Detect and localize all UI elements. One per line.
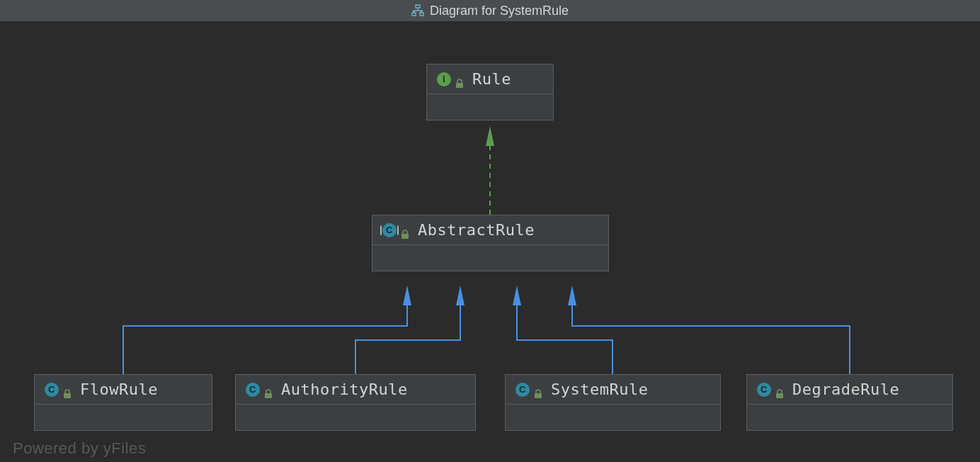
- node-authorityrule[interactable]: C AuthorityRule: [235, 374, 476, 431]
- svg-rect-7: [535, 393, 542, 398]
- lock-icon: [775, 385, 784, 395]
- svg-rect-5: [64, 393, 71, 398]
- node-body: [506, 405, 720, 430]
- interface-badge-icon: I: [437, 72, 451, 86]
- node-label: SystemRule: [551, 381, 648, 398]
- node-title: C DegradeRule: [747, 375, 952, 405]
- node-title: C FlowRule: [35, 375, 212, 405]
- edge-degraderule-abstractrule: [572, 295, 850, 374]
- svg-rect-6: [265, 393, 272, 398]
- diagram-canvas[interactable]: I Rule C AbstractRule C FlowRule: [0, 21, 980, 462]
- lock-icon: [264, 385, 273, 395]
- node-label: AbstractRule: [418, 221, 535, 239]
- class-badge-icon: C: [515, 383, 530, 397]
- edge-systemrule-abstractrule: [517, 295, 612, 374]
- node-label: Rule: [472, 70, 511, 88]
- node-degraderule[interactable]: C DegradeRule: [746, 374, 953, 431]
- svg-rect-2: [420, 13, 423, 16]
- node-body: [236, 405, 475, 430]
- node-label: DegradeRule: [792, 381, 899, 398]
- class-badge-icon: C: [757, 383, 771, 397]
- node-label: FlowRule: [80, 381, 158, 398]
- node-flowrule[interactable]: C FlowRule: [34, 374, 212, 431]
- node-body: [427, 94, 553, 120]
- node-title: C AbstractRule: [372, 215, 608, 245]
- node-body: [35, 405, 212, 430]
- node-systemrule[interactable]: C SystemRule: [505, 374, 721, 431]
- lock-icon: [401, 225, 409, 235]
- edge-authorityrule-abstractrule: [355, 295, 460, 374]
- svg-rect-0: [416, 5, 420, 8]
- svg-rect-1: [412, 13, 416, 16]
- class-badge-icon: C: [45, 383, 59, 397]
- diagram-title: Diagram for SystemRule: [430, 4, 569, 18]
- class-badge-icon: C: [246, 383, 260, 397]
- edge-flowrule-abstractrule: [123, 295, 407, 374]
- lock-icon: [455, 74, 464, 84]
- lock-icon: [63, 385, 72, 395]
- watermark: Powered by yFiles: [13, 439, 146, 458]
- node-body: [372, 245, 608, 271]
- svg-rect-8: [776, 393, 783, 398]
- node-title: C AuthorityRule: [236, 375, 475, 405]
- diagram-header: Diagram for SystemRule: [0, 0, 980, 21]
- svg-rect-3: [456, 83, 463, 88]
- lock-icon: [534, 385, 542, 395]
- diagram-hierarchy-icon: [411, 4, 424, 17]
- node-abstractrule[interactable]: C AbstractRule: [372, 215, 609, 271]
- abstract-class-badge-icon: C: [382, 223, 397, 237]
- svg-rect-4: [401, 234, 409, 239]
- node-rule[interactable]: I Rule: [426, 64, 554, 120]
- node-body: [747, 405, 952, 430]
- node-title: C SystemRule: [506, 375, 720, 405]
- node-title: I Rule: [427, 64, 553, 94]
- node-label: AuthorityRule: [281, 381, 408, 398]
